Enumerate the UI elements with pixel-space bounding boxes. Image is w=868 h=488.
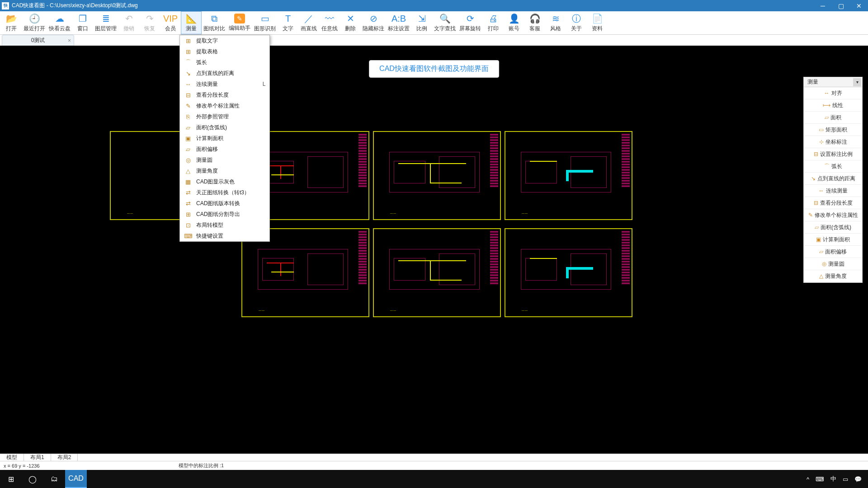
toolbar-recent-button[interactable]: 🕘最近打开	[22, 11, 47, 34]
app-taskbar-button[interactable]: CAD	[65, 470, 87, 488]
measure-panel-close-icon[interactable]: ▾	[853, 78, 861, 86]
toolbar-redo-button[interactable]: ↷恢复	[139, 11, 160, 34]
edithelp-icon: ✎	[234, 14, 245, 23]
menu-item[interactable]: ⌨快捷键设置	[180, 230, 269, 241]
menu-item[interactable]: △测量角度	[180, 165, 269, 176]
measure-tool-item[interactable]: ▭矩形面积	[804, 124, 862, 136]
tray-icon[interactable]: 💬	[854, 476, 862, 483]
menu-item[interactable]: ⇄CAD图纸版本转换	[180, 198, 269, 209]
toolbar-text-button[interactable]: T文字	[278, 11, 298, 34]
toolbar-vip-button[interactable]: VIP会员	[160, 11, 181, 34]
toolbar-rotate-button[interactable]: ⟳屏幕旋转	[458, 11, 483, 34]
menu-item[interactable]: ↘点到直线的距离	[180, 68, 269, 79]
maximize-button[interactable]: ▢	[832, 0, 850, 11]
menu-item[interactable]: ⊞CAD图纸分割导出	[180, 209, 269, 220]
measure-tool-item[interactable]: ⌒弧长	[804, 160, 862, 173]
tray-icon[interactable]: 中	[830, 475, 836, 483]
toolbar-style-button[interactable]: ≋风格	[545, 11, 566, 34]
measure-panel-header: 测量 ▾	[804, 77, 862, 87]
minimize-button[interactable]: ─	[814, 0, 832, 11]
layout-tab[interactable]: 布局2	[51, 454, 78, 461]
menu-item[interactable]: ⊞提取表格	[180, 46, 269, 57]
menu-item[interactable]: ✎修改单个标注属性	[180, 100, 269, 111]
tray-icon[interactable]: ^	[807, 476, 809, 483]
undo-icon: ↶	[123, 13, 134, 24]
toolbar-cloud-button[interactable]: ☁快看云盘	[47, 11, 72, 34]
drawing-thumbnail[interactable]: ——	[373, 131, 501, 220]
measure-tool-item[interactable]: ▱面积(含弧线)	[804, 221, 862, 234]
menu-item[interactable]: ▱面积偏移	[180, 144, 269, 155]
menu-item[interactable]: ↔连续测量L	[180, 79, 269, 89]
menu-item[interactable]: ⌒弧长	[180, 57, 269, 68]
toolbar-about-button[interactable]: ⓘ关于	[566, 11, 587, 34]
measure-tool-item[interactable]: ◎测量圆	[804, 258, 862, 270]
measure-tool-item[interactable]: ⊹坐标标注	[804, 136, 862, 148]
menu-item[interactable]: ◎测量圆	[180, 155, 269, 165]
menu-item[interactable]: ▣计算剩面积	[180, 133, 269, 144]
document-tab[interactable]: 0测试 ×	[2, 35, 74, 46]
menu-item-icon: ⊞	[184, 48, 193, 55]
menu-item-icon: ⊟	[184, 91, 193, 99]
measure-tool-item[interactable]: ↔对齐	[804, 87, 862, 99]
toolbar-hidedim-button[interactable]: ⊘隐藏标注	[361, 11, 386, 34]
measure-tool-item[interactable]: ⊟查看分段长度	[804, 197, 862, 209]
close-button[interactable]: ✕	[850, 0, 868, 11]
thumb-signature: ——	[259, 309, 265, 312]
drawing-thumbnail[interactable]: ——	[505, 131, 632, 220]
menu-item[interactable]: ⊡布局转模型	[180, 220, 269, 230]
measure-tool-icon: △	[819, 273, 823, 279]
measure-tool-item[interactable]: ⊟设置标注比例	[804, 148, 862, 160]
toolbar-print-button[interactable]: 🖨打印	[483, 11, 504, 34]
start-button[interactable]: ⊞	[0, 470, 22, 488]
cortana-button[interactable]: ◯	[22, 470, 43, 488]
toolbar-account-button[interactable]: 👤账号	[504, 11, 524, 34]
explorer-button[interactable]: 🗂	[43, 470, 65, 488]
close-tab-icon[interactable]: ×	[68, 38, 71, 44]
toolbar-shape-button[interactable]: ▭图形识别	[252, 11, 278, 34]
toolbar-label: 比例	[416, 25, 427, 33]
measure-tool-item[interactable]: ⟼线性	[804, 99, 862, 112]
tray-icon[interactable]: ▭	[843, 476, 848, 483]
toolbar-line-button[interactable]: ／画直线	[298, 11, 319, 34]
menu-item-icon: ⌨	[184, 232, 193, 239]
toolbar-resources-button[interactable]: 📄资料	[587, 11, 608, 34]
menu-item[interactable]: ▱面积(含弧线)	[180, 122, 269, 133]
toolbar-findtext-button[interactable]: 🔍文字查找	[432, 11, 458, 34]
drawing-thumbnail[interactable]: ——	[505, 228, 632, 317]
resources-icon: 📄	[592, 13, 603, 24]
layout-tab[interactable]: 模型	[0, 454, 24, 461]
menu-item[interactable]: ⎘外部参照管理	[180, 111, 269, 122]
toolbar-compare-button[interactable]: ⧉图纸对比	[202, 11, 227, 34]
measure-tool-item[interactable]: ↘点到直线的距离	[804, 173, 862, 185]
hidedim-icon: ⊘	[368, 13, 379, 24]
shape-icon: ▭	[259, 13, 270, 24]
layout-tab[interactable]: 布局1	[24, 454, 51, 461]
toolbar-dimset-button[interactable]: A:B标注设置	[386, 11, 411, 34]
toolbar-freeline-button[interactable]: 〰任意线	[319, 11, 340, 34]
drawing-thumbnail[interactable]: ——	[373, 228, 501, 317]
toolbar-layers-button[interactable]: ≣图层管理	[93, 11, 118, 34]
measure-tool-item[interactable]: ▣计算剩面积	[804, 234, 862, 246]
tray-icon[interactable]: ⌨	[816, 476, 824, 483]
toolbar-support-button[interactable]: 🎧客服	[524, 11, 545, 34]
measure-tool-item[interactable]: ↔连续测量	[804, 185, 862, 197]
menu-item[interactable]: ▦CAD图显示灰色	[180, 176, 269, 187]
toolbar-delete-button[interactable]: ✕删除	[340, 11, 361, 34]
measure-tool-label: 弧长	[831, 163, 842, 170]
drawing-canvas[interactable]: CAD快速看图软件截图及功能界面 ——————————————	[0, 46, 868, 454]
toolbar-scale-button[interactable]: ⇲比例	[411, 11, 432, 34]
toolbar-undo-button[interactable]: ↶撤销	[118, 11, 139, 34]
menu-item[interactable]: ⊞提取文字	[180, 35, 269, 46]
toolbar-open-button[interactable]: 📂打开	[1, 11, 22, 34]
measure-tool-item[interactable]: ▱面积	[804, 112, 862, 124]
window-title: CAD快速看图 - C:\Users\xiezy-a\Desktop\0测试.d…	[12, 2, 814, 9]
thumb-signature: ——	[522, 309, 528, 312]
toolbar-edithelp-button[interactable]: ✎编辑助手	[227, 11, 252, 34]
menu-item[interactable]: ⇄天正图纸转换（转t3）	[180, 187, 269, 198]
toolbar-window-button[interactable]: ❐窗口	[72, 11, 93, 34]
measure-tool-item[interactable]: ✎修改单个标注属性	[804, 209, 862, 221]
menu-item[interactable]: ⊟查看分段长度	[180, 89, 269, 100]
toolbar-measure-button[interactable]: 📐测量	[181, 11, 202, 34]
measure-tool-item[interactable]: △测量角度	[804, 270, 862, 282]
measure-tool-item[interactable]: ▱面积偏移	[804, 246, 862, 258]
